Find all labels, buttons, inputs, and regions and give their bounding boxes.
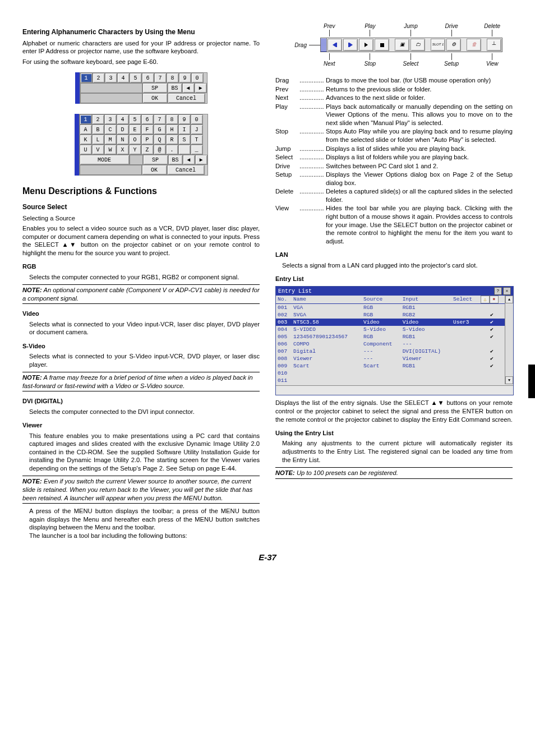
col-header[interactable]: △✖	[479, 296, 505, 304]
scroll-down-icon[interactable]: ▼	[505, 376, 513, 384]
col-header[interactable]: Source	[362, 296, 401, 304]
table-row[interactable]: 003NTSC3.58VideoVideoUser3✔	[276, 319, 505, 326]
key-mode[interactable]: MODE	[80, 155, 130, 165]
key-E[interactable]: E	[129, 125, 141, 135]
key-right[interactable]: ►	[195, 155, 207, 165]
key-N[interactable]: N	[117, 135, 129, 145]
key-J[interactable]: J	[191, 125, 203, 135]
delete-icon[interactable]: 🗑	[467, 39, 481, 51]
sort-icon[interactable]: △	[481, 296, 490, 303]
key-8[interactable]: 8	[166, 114, 178, 125]
help-button[interactable]: ?	[494, 287, 502, 295]
key-3[interactable]: 3	[105, 73, 117, 83]
key-X[interactable]: X	[117, 145, 129, 155]
table-row[interactable]: 008Viewer---Viewer✔	[276, 355, 505, 362]
scroll-up-icon[interactable]: ▲	[505, 296, 513, 303]
entry-list-table[interactable]: No.NameSourceInputSelect△✖ 001VGARGBRGB1…	[276, 296, 505, 384]
table-row[interactable]: 006COMPOComponent---	[276, 340, 505, 348]
key-G[interactable]: G	[154, 125, 166, 135]
key-bs[interactable]: BS	[168, 83, 182, 93]
key-K[interactable]: K	[80, 135, 92, 145]
key-4[interactable]: 4	[117, 73, 130, 83]
key-I[interactable]: I	[178, 125, 191, 135]
key-P[interactable]: P	[141, 135, 154, 145]
key-S[interactable]: S	[178, 135, 191, 145]
key-L[interactable]: L	[92, 135, 104, 145]
key-5[interactable]: 5	[130, 73, 142, 83]
para-dvi: Selects the computer connected to the DV…	[29, 408, 260, 416]
key-C[interactable]: C	[104, 125, 117, 135]
key-Q[interactable]: Q	[154, 135, 166, 145]
key-.[interactable]: .	[166, 145, 178, 155]
key-F[interactable]: F	[141, 125, 154, 135]
key-D[interactable]: D	[117, 125, 129, 135]
drive-icon[interactable]: SLOT 1	[431, 39, 445, 51]
key-9[interactable]: 9	[178, 114, 191, 125]
key-R[interactable]: R	[166, 135, 178, 145]
table-row[interactable]: 004S-VIDEOS-VideoS-Video✔	[276, 326, 505, 333]
key-Z[interactable]: Z	[141, 145, 154, 155]
key-Y[interactable]: Y	[129, 145, 141, 155]
key-cancel[interactable]: Cancel	[168, 93, 205, 103]
key-W[interactable]: W	[104, 145, 117, 155]
jump-icon[interactable]: ▣	[395, 39, 409, 51]
drag-handle-icon[interactable]	[321, 38, 327, 52]
key-9[interactable]: 9	[179, 73, 191, 83]
table-row[interactable]: 007Digital---DVI(DIGITAL)✔	[276, 348, 505, 355]
table-row[interactable]: 00512345678901234567RGBRGB1✔	[276, 333, 505, 340]
key-left[interactable]: ◄	[182, 83, 195, 93]
key-_[interactable]: _	[191, 145, 203, 155]
key-blank[interactable]	[178, 145, 191, 155]
view-icon[interactable]: ┴	[487, 39, 501, 51]
key-4[interactable]: 4	[117, 114, 129, 125]
key-O[interactable]: O	[129, 135, 141, 145]
col-header[interactable]: Select	[451, 296, 479, 304]
key-bs[interactable]: BS	[168, 155, 183, 165]
key-2[interactable]: 2	[92, 114, 104, 125]
table-row[interactable]: 001VGARGBRGB1	[276, 304, 505, 312]
col-header[interactable]: No.	[276, 296, 292, 304]
scrollbar[interactable]: ▲ ▼	[505, 296, 513, 384]
key-7[interactable]: 7	[154, 114, 166, 125]
stop-icon[interactable]	[375, 39, 389, 51]
col-header[interactable]: Input	[401, 296, 451, 304]
table-row[interactable]: 002SVGARGBRGB2✔	[276, 311, 505, 319]
key-sp[interactable]: SP	[142, 83, 168, 93]
key-T[interactable]: T	[191, 135, 203, 145]
key-1[interactable]: 1	[80, 114, 92, 125]
play-icon[interactable]	[359, 39, 373, 51]
key-0[interactable]: 0	[191, 114, 203, 125]
key-0[interactable]: 0	[191, 73, 204, 83]
close-button[interactable]: ×	[503, 287, 511, 295]
key-sp[interactable]: SP	[143, 155, 168, 165]
key-7[interactable]: 7	[154, 73, 167, 83]
setup-icon[interactable]: ⚙	[446, 39, 461, 51]
key-@[interactable]: @	[154, 145, 166, 155]
key-B[interactable]: B	[92, 125, 104, 135]
next-icon[interactable]	[343, 39, 358, 51]
table-row[interactable]: 009ScartScartRGB1✔	[276, 362, 505, 370]
key-M[interactable]: M	[104, 135, 117, 145]
key-5[interactable]: 5	[129, 114, 141, 125]
key-8[interactable]: 8	[167, 73, 179, 83]
key-left[interactable]: ◄	[183, 155, 195, 165]
key-3[interactable]: 3	[104, 114, 117, 125]
prev-icon[interactable]	[328, 39, 342, 51]
key-cancel[interactable]: Cancel	[167, 165, 205, 175]
key-6[interactable]: 6	[141, 114, 154, 125]
key-U[interactable]: U	[80, 145, 92, 155]
col-header[interactable]: Name	[292, 296, 362, 304]
select-icon[interactable]: 🗀	[411, 39, 425, 51]
key-V[interactable]: V	[92, 145, 104, 155]
key-H[interactable]: H	[166, 125, 178, 135]
key-ok[interactable]: OK	[142, 165, 167, 175]
key-1[interactable]: 1	[80, 73, 93, 83]
table-row[interactable]: 010	[276, 370, 505, 377]
key-right[interactable]: ►	[195, 83, 207, 93]
key-2[interactable]: 2	[93, 73, 105, 83]
key-ok[interactable]: OK	[142, 93, 168, 103]
table-row[interactable]: 011	[276, 377, 505, 384]
key-6[interactable]: 6	[142, 73, 154, 83]
delete-entry-icon[interactable]: ✖	[490, 296, 499, 303]
key-A[interactable]: A	[80, 125, 92, 135]
